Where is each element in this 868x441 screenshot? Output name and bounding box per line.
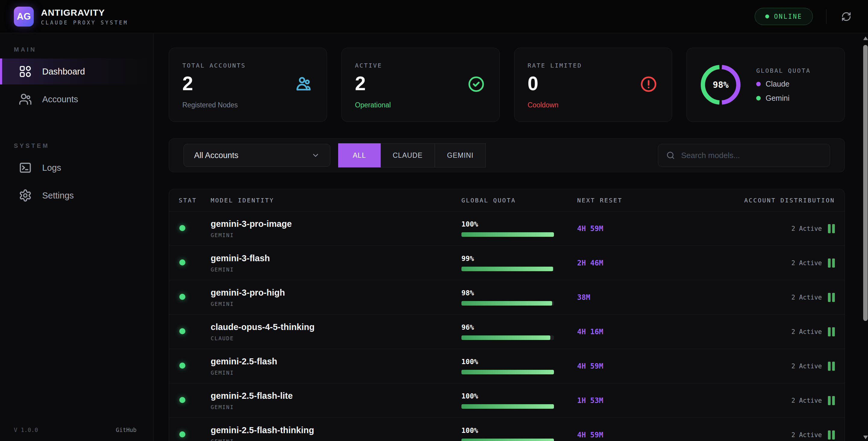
sidebar-item-label: Accounts bbox=[42, 94, 78, 105]
stat-subtext: Operational bbox=[355, 101, 391, 109]
search-icon bbox=[666, 151, 675, 160]
app-title: ANTIGRAVITY bbox=[41, 7, 128, 18]
quota-percent: 100% bbox=[461, 220, 577, 228]
col-model-identity: MODEL IDENTITY bbox=[211, 197, 461, 204]
stat-card-active: ACTIVE 2 Operational bbox=[341, 48, 500, 122]
model-name: gemini-3-pro-image bbox=[211, 219, 461, 229]
app-logo: AG bbox=[14, 7, 34, 27]
sidebar-section-main: MAIN bbox=[14, 46, 153, 53]
scroll-down-arrow-icon[interactable] bbox=[863, 436, 868, 439]
account-select-value: All Accounts bbox=[194, 151, 239, 160]
quota-bar-fill bbox=[461, 439, 554, 441]
model-name: gemini-2.5-flash bbox=[211, 356, 461, 366]
table-row[interactable]: gemini-3-pro-high GEMINI 98% 38M 2 Activ… bbox=[169, 280, 844, 315]
stat-card-rate-limited: RATE LIMITED 0 Cooldown bbox=[514, 48, 673, 122]
quota-bar bbox=[461, 301, 554, 305]
status-dot-icon bbox=[179, 397, 185, 403]
quota-bar bbox=[461, 267, 554, 271]
quota-bar-fill bbox=[461, 404, 554, 409]
sidebar-item-logs[interactable]: Logs bbox=[0, 155, 153, 181]
table-row[interactable]: gemini-3-flash GEMINI 99% 2H 46M 2 Activ… bbox=[169, 246, 844, 280]
scroll-up-arrow-icon[interactable] bbox=[863, 36, 868, 40]
active-accounts-label: 2 Active bbox=[792, 225, 822, 232]
table-row[interactable]: gemini-2.5-flash-thinking GEMINI 100% 4H… bbox=[169, 418, 844, 441]
online-dot-icon bbox=[765, 14, 769, 19]
refresh-button[interactable] bbox=[840, 10, 853, 23]
model-name: gemini-2.5-flash-lite bbox=[211, 391, 461, 401]
quota-percent: 100% bbox=[461, 358, 577, 365]
model-provider: GEMINI bbox=[211, 370, 461, 376]
status-dot-icon bbox=[179, 225, 185, 231]
quota-percent: 100% bbox=[461, 427, 577, 434]
status-dot-icon bbox=[179, 259, 185, 265]
gemini-legend-dot bbox=[756, 96, 761, 100]
quota-bar-fill bbox=[461, 267, 553, 271]
active-accounts-label: 2 Active bbox=[792, 397, 822, 404]
app-subtitle: CLAUDE PROXY SYSTEM bbox=[41, 20, 128, 26]
model-name: gemini-3-flash bbox=[211, 254, 461, 263]
next-reset-value: 2H 46M bbox=[577, 259, 698, 267]
quota-percent: 98% bbox=[461, 289, 577, 297]
account-distribution-icon bbox=[828, 396, 835, 405]
stat-value: 2 bbox=[355, 74, 391, 93]
sidebar-item-accounts[interactable]: Accounts bbox=[0, 86, 153, 112]
search-box bbox=[658, 144, 830, 167]
status-dot-icon bbox=[179, 294, 185, 300]
quota-bar-fill bbox=[461, 232, 554, 237]
stat-subtext: Registered Nodes bbox=[182, 101, 246, 109]
search-input[interactable] bbox=[681, 151, 822, 160]
table-row[interactable]: gemini-2.5-flash GEMINI 100% 4H 59M 2 Ac… bbox=[169, 349, 844, 383]
stat-value: 0 bbox=[528, 74, 582, 93]
quota-bar-fill bbox=[461, 370, 554, 374]
table-row[interactable]: gemini-2.5-flash-lite GEMINI 100% 1H 53M… bbox=[169, 383, 844, 418]
next-reset-value: 1H 53M bbox=[577, 396, 698, 405]
app-header: AG ANTIGRAVITY CLAUDE PROXY SYSTEM ONLIN… bbox=[0, 0, 868, 33]
account-distribution-icon bbox=[828, 293, 835, 302]
table-body: gemini-3-pro-image GEMINI 100% 4H 59M 2 … bbox=[169, 211, 844, 441]
legend-label: Gemini bbox=[766, 94, 789, 102]
dashboard-icon bbox=[19, 65, 32, 78]
stat-label: TOTAL ACCOUNTS bbox=[182, 62, 246, 69]
status-badge-label: ONLINE bbox=[774, 13, 802, 20]
model-provider: GEMINI bbox=[211, 404, 461, 410]
chevron-down-icon bbox=[311, 151, 320, 159]
table-row[interactable]: claude-opus-4-5-thinking CLAUDE 96% 4H 1… bbox=[169, 315, 844, 349]
quota-bar bbox=[461, 439, 554, 441]
model-name: gemini-2.5-flash-thinking bbox=[211, 425, 461, 435]
stat-subtext: Cooldown bbox=[528, 101, 582, 109]
model-name: gemini-3-pro-high bbox=[211, 288, 461, 298]
next-reset-value: 4H 16M bbox=[577, 328, 698, 336]
account-select[interactable]: All Accounts bbox=[184, 144, 330, 167]
account-distribution-icon bbox=[828, 259, 835, 268]
active-accounts-label: 2 Active bbox=[792, 294, 822, 301]
tab-claude[interactable]: CLAUDE bbox=[381, 143, 435, 168]
quota-card-label: GLOBAL QUOTA bbox=[756, 67, 811, 74]
gear-icon bbox=[19, 189, 32, 202]
quota-percent: 100% bbox=[461, 392, 577, 400]
scrollbar-thumb[interactable] bbox=[863, 45, 868, 321]
terminal-icon bbox=[19, 161, 32, 174]
status-dot-icon bbox=[179, 362, 185, 369]
sidebar: MAIN Dashboard Accounts SYSTEM Logs Sett… bbox=[0, 33, 154, 441]
global-quota-card: 98% GLOBAL QUOTA Claude Gemini bbox=[687, 48, 845, 122]
sidebar-item-label: Logs bbox=[42, 163, 61, 173]
header-divider bbox=[826, 9, 827, 24]
tab-gemini[interactable]: GEMINI bbox=[435, 143, 486, 168]
sidebar-item-dashboard[interactable]: Dashboard bbox=[0, 59, 153, 85]
filter-bar: All Accounts ALL CLAUDE GEMINI bbox=[169, 139, 845, 172]
stat-value: 2 bbox=[182, 74, 246, 93]
alert-circle-icon bbox=[640, 76, 657, 93]
quota-bar bbox=[461, 404, 554, 409]
table-row[interactable]: gemini-3-pro-image GEMINI 100% 4H 59M 2 … bbox=[169, 211, 844, 246]
model-provider: GEMINI bbox=[211, 232, 461, 238]
tab-all[interactable]: ALL bbox=[338, 143, 381, 168]
github-link[interactable]: GitHub bbox=[116, 427, 136, 433]
active-accounts-label: 2 Active bbox=[792, 259, 822, 267]
sidebar-item-settings[interactable]: Settings bbox=[0, 182, 153, 208]
active-accounts-label: 2 Active bbox=[792, 362, 822, 370]
col-stat: STAT bbox=[179, 197, 211, 204]
model-provider: GEMINI bbox=[211, 301, 461, 307]
table-header: STAT MODEL IDENTITY GLOBAL QUOTA NEXT RE… bbox=[169, 189, 844, 211]
quota-bar bbox=[461, 370, 554, 374]
users-icon bbox=[19, 93, 32, 106]
